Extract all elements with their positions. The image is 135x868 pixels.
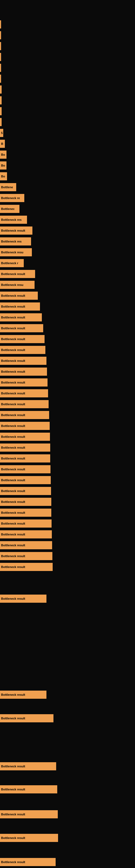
bar-row: Bottlene [0,182,135,192]
bar-row: Bottleneck result [0,519,135,528]
bar-row: Bottleneck result [0,389,135,398]
result-bar: B [0,140,5,148]
bar-label: Bo [1,153,5,156]
bar-row: Bottleneck r [0,258,135,268]
bar-row: Bo [0,150,135,159]
bar-row: Bottleneck result [0,713,135,723]
result-bar: Bottleneck result [0,541,52,549]
result-bar: Bottleneck result [0,691,46,699]
bar-label: Bottlene [1,186,13,189]
bar-row [0,63,135,73]
bar-row: Bottleneck result [0,551,135,561]
bar-label: Bottleneck result [1,381,25,384]
bar-label: Bottleneck resu [1,251,24,254]
bar-label: Bottleneck result [1,305,25,308]
result-bar [0,96,2,104]
result-bar: 5 [0,129,3,137]
result-bar: Bottleneck result [0,226,32,235]
bar-row: 5 [0,128,135,138]
bar-row: Bottleneck result [0,226,135,236]
result-bar: Bottleneck result [0,762,56,770]
bar-row: Bottleneck res [0,237,135,246]
bar-row: Bottlenec [0,204,135,214]
result-bar: Bottleneck resu [0,248,32,256]
bar-label: Bottleneck res [1,218,21,221]
bar-label: Bo [1,164,5,167]
bar-row [0,85,135,94]
bar-label: Bottleneck result [1,316,25,319]
bar-row: Bottleneck result [0,833,135,843]
bar-row: Bottleneck result [0,291,135,301]
bar-row: Bottleneck resu [0,280,135,290]
bar-row: Bottleneck result [0,399,135,409]
bar-label: Bottleneck resu [1,283,24,286]
bar-row: Bottleneck result [0,529,135,539]
bar-label: Bottleneck result [1,446,25,449]
bar-row: Bottleneck resu [0,247,135,257]
bar-row: Bottleneck result [0,378,135,388]
bar-label: Bottleneck result [1,717,25,720]
result-bar: Bottleneck result [0,810,58,818]
result-bar: Bottleneck result [0,454,50,463]
result-bar: Bottleneck result [0,487,51,495]
bar-row [0,52,135,62]
bar-row: Bottleneck re [0,193,135,203]
bar-row: Bottleneck result [0,443,135,453]
bar-label: Bottleneck result [1,229,25,232]
result-bar: Bottlenec [0,205,19,213]
result-bar: Bo [0,161,6,169]
bar-label: Bottleneck re [1,196,20,199]
result-bar: Bottleneck resu [0,281,35,289]
bar-row: Bottleneck result [0,345,135,355]
bar-row [0,117,135,127]
result-bar: Bo [0,172,7,180]
result-bar: Bottleneck result [0,785,57,794]
result-bar [0,42,1,50]
result-bar: Bottleneck result [0,443,50,452]
result-bar: Bottleneck result [0,834,58,842]
result-bar: Bottleneck result [0,411,49,419]
bar-row: Bottleneck result [0,690,135,700]
bar-label: Bottleneck result [1,435,25,438]
bar-label: Bottleneck result [1,457,25,460]
bar-label: Bottleneck result [1,597,25,600]
bar-row [0,20,135,29]
bar-row: Bottleneck result [0,464,135,474]
result-bar: Bottleneck result [0,433,50,441]
bar-row: Bottleneck result [0,269,135,279]
bar-row: Bottleneck result [0,356,135,366]
bar-label: Bo [1,175,5,178]
result-bar: Bottleneck result [0,465,50,473]
bar-label: Bottleneck result [1,294,25,297]
result-bar [0,118,2,126]
bar-row: Bottleneck result [0,857,135,867]
result-bar [0,107,2,115]
result-bar: Bottleneck result [0,520,52,528]
bar-label: Bottleneck result [1,813,25,816]
bar-row: Bo [0,172,135,181]
result-bar: Bottleneck result [0,270,35,278]
bar-row: Bottleneck result [0,302,135,311]
bar-label: Bottleneck result [1,533,25,536]
bar-label: Bottleneck result [1,337,25,341]
bar-label: Bottleneck result [1,359,25,362]
result-bar: Bottleneck result [0,368,47,376]
bar-label: Bottleneck result [1,765,25,768]
result-bar: Bottleneck result [0,552,52,560]
bar-label: Bottleneck result [1,565,25,568]
bar-label: Bottleneck result [1,544,25,547]
bar-label: Bottleneck result [1,327,25,330]
bar-row [0,74,135,84]
bar-row [0,30,135,40]
result-bar: Bottleneck result [0,335,45,343]
bar-row: Bottleneck result [0,540,135,550]
bar-label: Bottleneck result [1,693,25,696]
bar-row: Bottleneck res [0,215,135,225]
bar-label: B [1,142,3,145]
bar-label: Bottleneck result [1,500,25,503]
result-bar: Bottleneck result [0,422,50,430]
bar-row: Bottleneck result [0,486,135,496]
bar-label: Bottleneck result [1,522,25,525]
bar-row: Bottleneck result [0,312,135,322]
bar-row: Bottleneck result [0,562,135,572]
